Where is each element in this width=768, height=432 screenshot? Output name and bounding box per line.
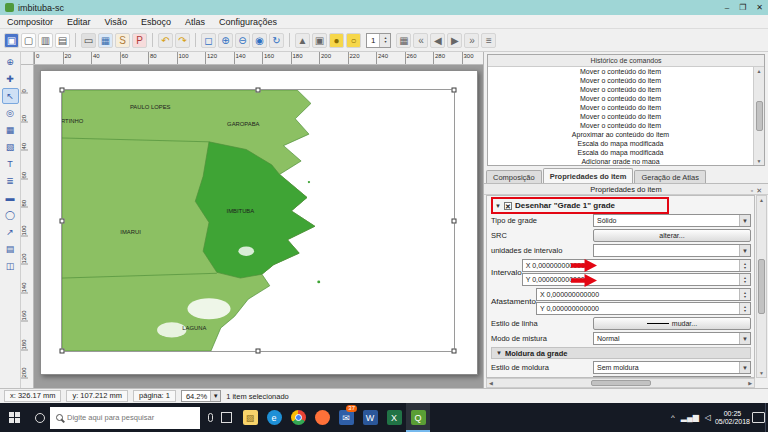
taskbar-app-excel[interactable]: X — [382, 403, 406, 432]
tray-expand-icon[interactable]: ^ — [671, 413, 675, 422]
menu-esboço[interactable]: Esboço — [134, 15, 178, 29]
history-item[interactable]: Mover o conteúdo do item — [489, 103, 752, 112]
refresh-view-icon[interactable]: ↻ — [269, 33, 284, 48]
map-item[interactable]: PAULO LOPESGAROPABAMARTINHOIMBITUBAIMARU… — [61, 89, 455, 352]
add-scalebar-tool-icon[interactable]: ▬ — [2, 190, 19, 206]
lock-items-icon[interactable]: ● — [329, 33, 344, 48]
history-item[interactable]: Mover o conteúdo do item — [489, 94, 752, 103]
export-image-icon[interactable]: ▦ — [98, 33, 113, 48]
line-style-button[interactable]: mudar... — [593, 317, 751, 330]
raise-items-icon[interactable]: ▲ — [295, 33, 310, 48]
spin-arrows-icon[interactable]: ▴▾ — [739, 303, 750, 314]
spin-arrows-icon[interactable]: ▴▾ — [739, 260, 750, 271]
close-button[interactable]: ✕ — [756, 3, 763, 12]
selection-handle[interactable] — [452, 218, 457, 223]
undo-icon[interactable]: ↶ — [158, 33, 173, 48]
scrollbar-thumb[interactable] — [591, 380, 651, 386]
add-map-tool-icon[interactable]: ▦ — [2, 122, 19, 138]
taskbar-app-word[interactable]: W — [358, 403, 382, 432]
volume-icon[interactable]: ◁ — [705, 413, 711, 422]
atlas-settings-icon[interactable]: ≡ — [481, 33, 496, 48]
scroll-down-icon[interactable]: ▼ — [757, 158, 762, 164]
selection-handle[interactable] — [256, 88, 261, 93]
selection-handle[interactable] — [60, 349, 65, 354]
scroll-down-icon[interactable]: ▼ — [759, 370, 764, 376]
atlas-preview-icon[interactable]: ▦ — [396, 33, 411, 48]
interval-x-field[interactable]: X 0,000000000000 ▴▾ — [522, 259, 751, 272]
selection-handle[interactable] — [60, 88, 65, 93]
zoom-actual-icon[interactable]: ◉ — [252, 33, 267, 48]
menu-editar[interactable]: Editar — [60, 15, 98, 29]
offset-y-field[interactable]: Y 0,000000000000 ▴▾ — [536, 302, 751, 315]
history-item[interactable]: Mover o conteúdo do item — [489, 76, 752, 85]
maximize-button[interactable]: ❐ — [739, 3, 746, 12]
chevron-down-icon[interactable]: ▼ — [210, 391, 220, 401]
history-item[interactable]: Adicionar grade no mapa — [489, 157, 752, 164]
notification-center-icon[interactable] — [752, 412, 765, 423]
taskbar-search[interactable] — [50, 407, 200, 429]
selection-handle[interactable] — [256, 349, 261, 354]
add-html-frame-tool-icon[interactable]: ◫ — [2, 258, 19, 274]
tab-geracao-de-atlas[interactable]: Geração de Atlas — [634, 170, 706, 183]
export-pdf-icon[interactable]: P — [132, 33, 147, 48]
close-panel-icon[interactable]: ✕ — [756, 187, 765, 194]
atlas-prev-icon[interactable]: ◀ — [430, 33, 445, 48]
offset-x-field[interactable]: X 0,000000000000 ▴▾ — [536, 288, 751, 301]
taskbar-clock[interactable]: 00:25 05/02/2018 — [715, 410, 750, 426]
composer-canvas[interactable]: PAULO LOPESGAROPABAMARTINHOIMBITUBAIMARU… — [34, 65, 483, 388]
scroll-right-icon[interactable]: ▶ — [748, 380, 752, 386]
selection-handle[interactable] — [452, 88, 457, 93]
zoom-tool-icon[interactable]: ⊕ — [2, 54, 19, 70]
select-move-item-tool-icon[interactable]: ↖ — [2, 88, 19, 104]
history-item[interactable]: Escala do mapa modificada — [489, 139, 752, 148]
history-item[interactable]: Mover o conteúdo do item — [489, 112, 752, 121]
pan-tool-icon[interactable]: ✚ — [2, 71, 19, 87]
network-icon[interactable]: ▂▄▆ — [681, 413, 699, 422]
minimize-button[interactable]: – — [725, 3, 729, 12]
draw-grid-checkbox[interactable]: ✕ — [504, 202, 512, 210]
composition-manager-icon[interactable]: ▤ — [55, 33, 70, 48]
menu-compositor[interactable]: Compositor — [0, 15, 60, 29]
task-view-icon[interactable] — [221, 412, 232, 423]
unlock-items-icon[interactable]: ○ — [346, 33, 361, 48]
cortana-icon[interactable] — [35, 413, 45, 423]
chevron-down-icon[interactable]: ▼ — [739, 362, 750, 373]
taskbar-app-mail[interactable]: ✉37 — [334, 403, 358, 432]
zoom-full-icon[interactable]: ◻ — [201, 33, 216, 48]
add-image-tool-icon[interactable]: ▧ — [2, 139, 19, 155]
properties-h-scrollbar[interactable]: ◀ ▶ — [486, 378, 755, 388]
scroll-up-icon[interactable]: ▲ — [757, 68, 762, 74]
frame-style-select[interactable]: Sem moldura ▼ — [593, 361, 751, 374]
new-composition-icon[interactable]: ▢ — [21, 33, 36, 48]
page-spinbox[interactable]: 1 ▴▾ — [366, 33, 391, 48]
interval-units-select[interactable]: ▼ — [593, 244, 751, 257]
scrollbar-thumb[interactable] — [758, 259, 765, 314]
properties-scrollbar[interactable]: ▲ ▼ — [756, 195, 767, 378]
move-item-content-tool-icon[interactable]: ◎ — [2, 105, 19, 121]
grid-type-select[interactable]: Sólido ▼ — [593, 214, 751, 227]
chevron-down-icon[interactable]: ▼ — [739, 245, 750, 256]
interval-y-field[interactable]: Y 0,000000000000 ▴▾ — [522, 273, 751, 286]
scroll-up-icon[interactable]: ▲ — [759, 197, 764, 203]
spin-arrows-icon[interactable]: ▴▾ — [739, 289, 750, 300]
taskbar-app-file-explorer[interactable]: ▨ — [238, 403, 262, 432]
selection-handle[interactable] — [452, 349, 457, 354]
page-spin-arrows[interactable]: ▴▾ — [379, 34, 390, 47]
menu-atlas[interactable]: Atlas — [178, 15, 212, 29]
add-legend-tool-icon[interactable]: ≣ — [2, 173, 19, 189]
collapse-arrow-icon[interactable]: ▼ — [495, 203, 501, 209]
save-icon[interactable]: ▣ — [4, 33, 19, 48]
history-item[interactable]: Escala do mapa modificada — [489, 148, 752, 157]
group-items-icon[interactable]: ▣ — [312, 33, 327, 48]
zoom-in-icon[interactable]: ⊕ — [218, 33, 233, 48]
history-item[interactable]: Mover o conteúdo do item — [489, 121, 752, 130]
tab-composicao[interactable]: Composição — [486, 170, 542, 183]
atlas-next-icon[interactable]: ▶ — [447, 33, 462, 48]
crs-change-button[interactable]: alterar... — [593, 229, 751, 242]
scroll-left-icon[interactable]: ◀ — [489, 380, 493, 386]
taskbar-app-edge[interactable]: e — [262, 403, 286, 432]
atlas-last-icon[interactable]: » — [464, 33, 479, 48]
scrollbar-thumb[interactable] — [756, 101, 763, 131]
export-svg-icon[interactable]: S — [115, 33, 130, 48]
history-item[interactable]: Mover o conteúdo do item — [489, 85, 752, 94]
